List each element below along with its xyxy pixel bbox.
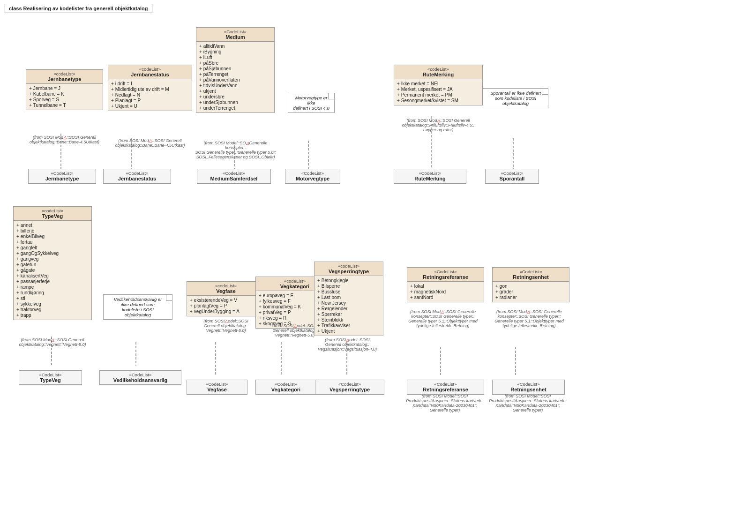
typeveg-bot-header: «CodeList» TypeVeg (19, 371, 82, 385)
ref-medium: (from SOSI Model::SO△Generelle konsepter… (195, 141, 277, 159)
box-typeveg-top: «codeList» TypeVeg +annet +bilferje +enk… (13, 206, 92, 320)
ref-retningsenhet-top: (from SOSI Mod△::SOSI Generellekonsepter… (490, 309, 569, 328)
vegkategori-bot-header: «CodeList» Vegkategori (256, 380, 316, 394)
box-retningsreferanse-top: «CodeList» Retningsreferanse +lokal +mag… (407, 267, 484, 302)
ref-rutemerking-top: (from SOSI Mod△::SOSI Generellobjektkata… (394, 118, 483, 132)
typeveg-top-header: «codeList» TypeVeg (14, 207, 91, 221)
box-retningsenhet-bot: «CodeList» Retningsenhet (492, 380, 565, 395)
typeveg-top-body: +annet +bilferje +enkelBilveg +fortau +g… (14, 221, 91, 320)
ref-retningsreferanse-top: (from SOSI Mod△::SOSI Generellekonsepter… (403, 309, 483, 328)
box-retningsenhet-top: «CodeList» Retningsenhet +gon +grader +r… (492, 267, 569, 302)
retningsreferanse-top-header: «CodeList» Retningsreferanse (407, 268, 484, 282)
retningsenhet-top-header: «CodeList» Retningsenhet (493, 268, 569, 282)
box-vegfase-top: «codeList» Vegfase +eksisterendeVeg = V … (187, 281, 265, 316)
jernbanetype-bot-header: «CodeList» Jernbanetype (29, 169, 96, 183)
box-jernbanestatus-top: «codeList» Jernbanestatus +i drift = I +… (108, 65, 192, 111)
rutemerking-top-header: «codeList» RuteMerking (394, 65, 482, 79)
motorvegtype-bot-header: «CodeList» Motorvegtype (285, 169, 340, 183)
jernbanestatus-bot-header: «CodeList» Jernbanestatus (104, 169, 171, 183)
box-vegsperringtype-bot: «CodeList» Vegsperringtype (315, 380, 384, 395)
sporantall-header: «CodeList» Sporantall (486, 169, 539, 183)
retningsenhet-top-body: +gon +grader +radianer (493, 282, 569, 302)
box-jernbanetype-bot: «CodeList» Jernbanetype (28, 169, 96, 184)
ref-typeveg-top: (from SOSI Mod△::SOSI Generellobjektkata… (13, 337, 92, 347)
box-typeveg-bot: «CodeList» TypeVeg (19, 370, 82, 385)
box-retningsreferanse-bot: «CodeList» Retningsreferanse (407, 380, 484, 395)
rutemerking-top-body: +Ikke merket = NEI +Merket, uspesifisert… (394, 79, 482, 105)
note-vedlikeholdsansvarlig: Vedlikeholdsansvarlig erikke definert so… (103, 294, 172, 320)
box-vegfase-bot: «CodeList» Vegfase (187, 380, 247, 395)
vegsperringtype-top-header: «codeList» Vegsperringtype (314, 262, 383, 276)
jernbanetype-top-header: «codeList» Jernbanetype (26, 70, 103, 84)
box-motorvegtype-bot: «CodeList» Motorvegtype (285, 169, 340, 184)
vegsperringtype-bot-header: «CodeList» Vegsperringtype (315, 380, 384, 394)
box-rutemerking-bot: «CodeList» RuteMerking (394, 169, 466, 184)
ref-jernbanetype-top: (from SOSI Mod△::SOSI Generellobjektkata… (26, 135, 103, 144)
jernbanetype-top-body: +Jernbane = J +Kabelbane = K +Sporveg = … (26, 84, 103, 110)
rutemerking-bot-header: «CodeList» RuteMerking (394, 169, 466, 183)
ref-retningsenhet-bot: (from SOSI Model::SOSIProduktspesifikasj… (488, 394, 567, 412)
medium-header: «CodeList» Medium (196, 28, 274, 42)
box-medium: «CodeList» Medium +alltidiVann +iBygning… (196, 27, 275, 113)
medium-body: +alltidiVann +iBygning +iLuft +påSbre +p… (196, 42, 274, 112)
vegfase-top-header: «codeList» Vegfase (187, 282, 265, 296)
ref-retningsreferanse-bot: (from SOSI Model::SOSIProduktspesifikasj… (403, 394, 487, 412)
box-rutemerking-top: «codeList» RuteMerking +Ikke merket = NE… (394, 65, 483, 105)
note-motorvegtype: Motorvegtype er ikkedefinert i SOSI 4.0 (288, 93, 335, 113)
mediumsamferdsel-header: «CodeList» MediumSamferdsel (197, 169, 270, 183)
retningsreferanse-top-body: +lokal +magnetiskNord +santNord (407, 282, 484, 302)
vegfase-bot-header: «CodeList» Vegfase (187, 380, 247, 394)
vegfase-top-body: +eksisterendeVeg = V +planlagtVeg = P +v… (187, 296, 265, 316)
retningsenhet-bot-header: «CodeList» Retningsenhet (493, 380, 564, 394)
vegsperringtype-top-body: +Betongkjegle +Bilsperre +Bussluse +Last… (314, 276, 383, 336)
ref-jernbanestatus-top: (from SOSI Mod△::SOSI Generellobjektkata… (108, 138, 192, 148)
box-vedlikeholdsansvarlig-bot: «CodeList» Vedlikeholdsansvarlig (99, 370, 181, 385)
diagram-title: class Realisering av kodelister fra gene… (5, 4, 152, 13)
retningsreferanse-bot-header: «CodeList» Retningsreferanse (407, 380, 484, 394)
ref-vegsperringtype-top: (from SOSI△odel::SOSIGenerell objektkata… (312, 337, 382, 352)
jernbanestatus-top-body: +i drift = I +Midlertidig ute av drift =… (108, 79, 192, 111)
vedlikeholdsansvarlig-bot-header: «CodeList» Vedlikeholdsansvarlig (100, 371, 181, 385)
box-jernbanetype-top: «codeList» Jernbanetype +Jernbane = J +K… (26, 69, 103, 110)
box-vegkategori-bot: «CodeList» Vegkategori (255, 380, 316, 395)
box-jernbanestatus-bot: «CodeList» Jernbanestatus (103, 169, 171, 184)
box-mediumsamferdsel: «CodeList» MediumSamferdsel (197, 169, 271, 184)
ref-vegfase-top: (from SOSI△odel::SOSIGenerell objektkata… (187, 319, 265, 333)
jernbanestatus-top-header: «codeList» Jernbanestatus (108, 65, 192, 79)
box-sporantall: «CodeList» Sporantall (485, 169, 539, 184)
box-vegsperringtype-top: «codeList» Vegsperringtype +Betongkjegle… (314, 262, 383, 336)
note-sporantall: Sporantall er ikke definertsom kodeliste… (483, 88, 548, 108)
